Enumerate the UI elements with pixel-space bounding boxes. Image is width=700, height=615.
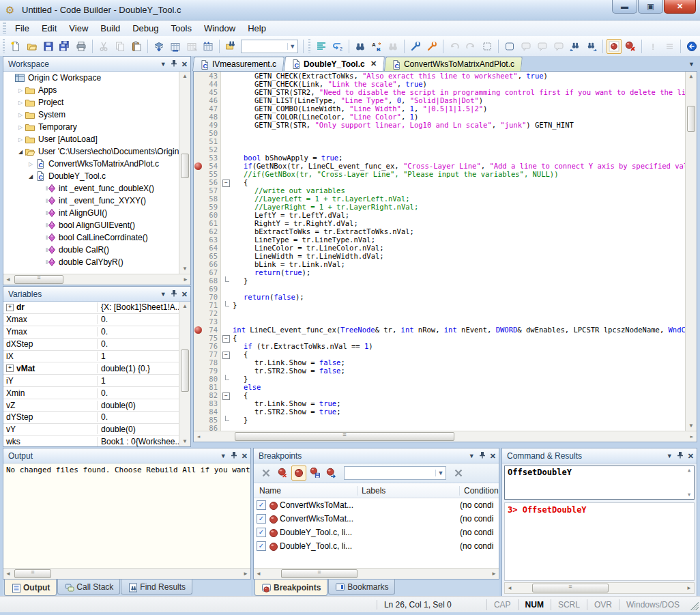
breakpoint-margin[interactable] — [194, 252, 203, 260]
column-condition[interactable]: Condition — [460, 486, 499, 496]
variable-row[interactable]: Ymax0. — [3, 326, 190, 339]
scroll-down-icon[interactable]: ▼ — [179, 437, 190, 446]
menu-item-debug[interactable]: Debug — [126, 22, 164, 35]
code-line[interactable]: 45GETN_STR(STR2, "Need to disable the sc… — [194, 88, 697, 96]
fold-margin[interactable] — [221, 113, 230, 121]
close-icon[interactable]: ✕ — [181, 291, 188, 298]
save-icon[interactable] — [41, 39, 56, 54]
minimize-button[interactable]: ▬ — [612, 0, 637, 14]
scroll-left-icon[interactable]: ◄ — [3, 276, 13, 283]
scroll-right-icon[interactable]: ► — [684, 585, 694, 591]
expanded-arrow-icon[interactable]: ◢ — [16, 149, 25, 155]
code-line[interactable]: 86 — [194, 424, 697, 431]
new-file-icon[interactable] — [8, 39, 23, 54]
breakpoint-margin[interactable] — [194, 350, 203, 358]
close-icon[interactable]: ✕ — [490, 453, 496, 459]
code-line[interactable]: 59//LayerRight = 1 + tr.LayerRight.nVal; — [194, 203, 697, 211]
code-line[interactable]: 63LineType = tr.LineType.nVal; — [194, 235, 697, 244]
code-line[interactable]: 46GETN_LIST(LineType, "Line Type", 0, "S… — [194, 96, 697, 104]
breakpoint-margin[interactable] — [194, 170, 203, 178]
tree-item[interactable]: int AlignGUI() — [3, 207, 190, 219]
scroll-up-icon[interactable]: ▲ — [179, 302, 190, 311]
pin-icon[interactable] — [171, 289, 177, 298]
pin-icon[interactable] — [231, 451, 237, 460]
tree-item[interactable]: Origin C Workspace — [3, 72, 190, 84]
fold-collapse-icon[interactable]: − — [222, 352, 230, 359]
code-line[interactable]: 58//LayerLeft = 1 + tr.LayerLeft.nVal; — [194, 195, 697, 203]
fold-margin[interactable] — [221, 407, 230, 416]
breakpoint-margin[interactable] — [194, 285, 203, 293]
clear-filter-icon[interactable] — [451, 466, 466, 481]
scroll-thumb[interactable] — [14, 569, 51, 578]
code-line[interactable]: 52 — [194, 145, 697, 154]
fold-margin[interactable]: − — [221, 391, 230, 399]
panel-menu-icon[interactable]: ▼ — [220, 453, 227, 459]
tree-item[interactable]: bool AlignGUIEvent() — [3, 219, 190, 231]
code-line[interactable]: 79tr.STR2.Show = false; — [194, 367, 697, 375]
variable-row[interactable]: iX1 — [3, 351, 190, 363]
code-line[interactable]: 55//if(GetNBox(tr, "Cross-Layer Line", "… — [194, 170, 697, 178]
fold-margin[interactable] — [221, 309, 230, 317]
undo-typing-icon[interactable]: 2 — [330, 39, 345, 54]
build-options-icon[interactable] — [408, 39, 423, 54]
command-input[interactable]: OffsetDoubleY ▲ ▼ — [504, 466, 695, 500]
code-line[interactable]: 51 — [194, 137, 697, 145]
breakpoint-margin[interactable] — [194, 154, 203, 162]
workspace-header[interactable]: Workspace ▼ ✕ — [3, 57, 190, 72]
breakpoint-row[interactable]: ✓DoubleY_Tool.c, li...(no condi — [254, 539, 499, 553]
breakpoint-icon[interactable] — [194, 162, 202, 170]
editor-hscrollbar[interactable]: ◄ ► — [194, 431, 697, 442]
fold-margin[interactable] — [221, 317, 230, 326]
output-tab-output[interactable]: Output — [4, 580, 57, 596]
code-line[interactable]: 71} — [194, 301, 697, 309]
breakpoint-margin[interactable] — [194, 367, 203, 375]
panel-menu-icon[interactable]: ▼ — [667, 453, 673, 459]
editor-vscrollbar[interactable]: ▲ ▼ — [685, 72, 697, 431]
fold-margin[interactable] — [221, 96, 230, 104]
chevron-down-icon[interactable]: ▼ — [287, 43, 297, 50]
breakpoint-margin[interactable] — [194, 219, 203, 227]
output-header[interactable]: Output ▼ ✕ — [3, 448, 250, 463]
collapsed-arrow-icon[interactable]: ▷ — [16, 100, 25, 106]
title-bar[interactable]: ⚙ Untitled - Code Builder - DoubleY_Tool… — [0, 0, 700, 20]
menu-item-file[interactable]: File — [9, 22, 35, 35]
workspace-hscrollbar[interactable]: ◄ ► — [3, 274, 190, 285]
collapsed-arrow-icon[interactable]: ▷ — [16, 87, 25, 94]
find-prev-marked-icon[interactable] — [568, 39, 583, 54]
code-line[interactable]: 76if (tr.ExtractToWks.nVal == 1) — [194, 342, 697, 350]
fold-margin[interactable] — [221, 399, 230, 407]
close-icon[interactable]: ✕ — [181, 61, 188, 68]
code-line[interactable]: 50 — [194, 129, 697, 137]
breakpoint-row[interactable]: ✓DoubleY_Tool.c, li...(no condi — [254, 526, 499, 539]
variable-row[interactable]: Xmax0. — [3, 314, 190, 326]
pin-icon[interactable] — [677, 451, 684, 460]
fold-collapse-icon[interactable]: − — [222, 335, 230, 343]
breakpoint-margin[interactable] — [194, 358, 203, 367]
expanded-arrow-icon[interactable]: ◢ — [27, 173, 35, 180]
breakpoint-margin[interactable] — [194, 309, 203, 317]
tab-list-dropdown-icon[interactable]: ▼ — [686, 59, 697, 69]
breakpoint-margin[interactable] — [194, 244, 203, 252]
close-icon[interactable]: ✕ — [242, 453, 248, 459]
search-combobox[interactable]: ▼ — [241, 40, 298, 53]
pin-icon[interactable] — [171, 59, 177, 68]
code-line[interactable]: 65LineWidth = tr.LineWidth.dVal; — [194, 252, 697, 260]
breakpoint-margin[interactable] — [194, 195, 203, 203]
fold-margin[interactable] — [221, 375, 230, 383]
breakpoint-margin[interactable] — [194, 88, 203, 96]
code-line[interactable]: 78tr.Link.Show = false; — [194, 358, 697, 367]
collapsed-arrow-icon[interactable]: ▷ — [16, 112, 25, 118]
breakpoint-row[interactable]: ✓ConvertWksToMat...(no condi — [254, 498, 499, 512]
fold-margin[interactable] — [221, 72, 230, 80]
code-editor[interactable]: ▲ ▼ 43GETN_CHECK(ExtractToWks, "Also exr… — [193, 71, 697, 442]
build-icon[interactable] — [151, 39, 166, 54]
find-next-marked-icon[interactable] — [584, 39, 599, 54]
code-line[interactable]: 68} — [194, 276, 697, 285]
scroll-thumb[interactable] — [181, 349, 189, 392]
breakpoint-margin[interactable] — [194, 276, 203, 285]
breakpoint-margin[interactable] — [194, 407, 203, 416]
fold-margin[interactable] — [221, 170, 230, 178]
toggle-breakpoint-icon[interactable] — [607, 39, 622, 54]
code-line[interactable]: 77−{ — [194, 350, 697, 358]
editor-tab[interactable]: CDoubleY_Tool.c✕ — [284, 56, 385, 71]
